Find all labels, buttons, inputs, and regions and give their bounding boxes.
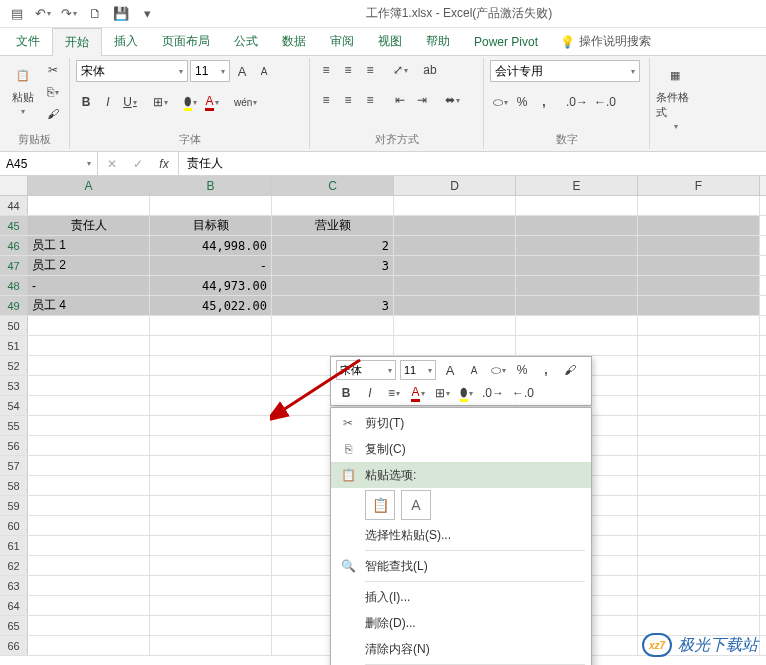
copy-button[interactable]: ⎘▾ xyxy=(43,82,63,102)
cell[interactable]: 2 xyxy=(272,236,394,255)
tab-view[interactable]: 视图 xyxy=(366,28,414,55)
cell[interactable] xyxy=(394,336,516,355)
cell[interactable] xyxy=(150,536,272,555)
row-header[interactable]: 66 xyxy=(0,636,28,655)
row-48[interactable]: 48-44,973.00 xyxy=(0,276,766,296)
menu-paste-special[interactable]: 选择性粘贴(S)... xyxy=(331,522,591,548)
increase-decimal-button[interactable]: .0→ xyxy=(564,92,590,112)
menu-cut[interactable]: ✂剪切(T) xyxy=(331,410,591,436)
cell[interactable] xyxy=(28,416,150,435)
redo-button[interactable]: ↷▾ xyxy=(58,3,80,25)
fill-color-button[interactable]: ⬮▾ xyxy=(180,92,200,112)
tab-data[interactable]: 数据 xyxy=(270,28,318,55)
percent-button[interactable]: % xyxy=(512,92,532,112)
cell[interactable] xyxy=(28,356,150,375)
mini-italic[interactable]: I xyxy=(360,383,380,403)
cell[interactable] xyxy=(638,596,760,615)
row-header[interactable]: 59 xyxy=(0,496,28,515)
cell[interactable] xyxy=(150,616,272,635)
cell[interactable] xyxy=(28,516,150,535)
mini-percent[interactable]: % xyxy=(512,360,532,380)
row-header[interactable]: 52 xyxy=(0,356,28,375)
tab-help[interactable]: 帮助 xyxy=(414,28,462,55)
decrease-font-button[interactable]: A xyxy=(254,61,274,81)
cell[interactable] xyxy=(150,356,272,375)
tab-file[interactable]: 文件 xyxy=(4,28,52,55)
decrease-indent-button[interactable]: ⇤ xyxy=(390,90,410,110)
cell[interactable] xyxy=(28,496,150,515)
row-header[interactable]: 50 xyxy=(0,316,28,335)
select-all-corner[interactable] xyxy=(0,176,28,195)
tab-review[interactable]: 审阅 xyxy=(318,28,366,55)
cell[interactable] xyxy=(150,196,272,215)
mini-format-painter[interactable]: 🖌 xyxy=(560,360,580,380)
phonetic-button[interactable]: wén▾ xyxy=(232,92,259,112)
cell[interactable] xyxy=(394,236,516,255)
cell[interactable] xyxy=(150,436,272,455)
align-top-button[interactable]: ≡ xyxy=(316,60,336,80)
row-49[interactable]: 49员工 445,022.003 xyxy=(0,296,766,316)
row-header[interactable]: 65 xyxy=(0,616,28,635)
number-format-combo[interactable]: 会计专用▾ xyxy=(490,60,640,82)
undo-button[interactable]: ↶▾ xyxy=(32,3,54,25)
cell[interactable] xyxy=(150,516,272,535)
formula-bar-input[interactable]: 责任人 xyxy=(179,152,766,175)
mini-border[interactable]: ⊞▾ xyxy=(432,383,452,403)
row-header[interactable]: 46 xyxy=(0,236,28,255)
row-header[interactable]: 63 xyxy=(0,576,28,595)
cell[interactable] xyxy=(272,196,394,215)
cell[interactable] xyxy=(28,436,150,455)
menu-delete[interactable]: 删除(D)... xyxy=(331,610,591,636)
row-header[interactable]: 44 xyxy=(0,196,28,215)
tell-me-search[interactable]: 💡 操作说明搜索 xyxy=(560,28,651,55)
cell[interactable] xyxy=(638,196,760,215)
cell[interactable] xyxy=(150,416,272,435)
row-header[interactable]: 62 xyxy=(0,556,28,575)
cell[interactable] xyxy=(638,376,760,395)
paste-button[interactable]: 📋 粘贴 ▾ xyxy=(6,60,39,130)
cell[interactable]: - xyxy=(28,276,150,295)
increase-font-button[interactable]: A xyxy=(232,61,252,81)
bold-button[interactable]: B xyxy=(76,92,96,112)
align-bottom-button[interactable]: ≡ xyxy=(360,60,380,80)
align-middle-button[interactable]: ≡ xyxy=(338,60,358,80)
col-header-C[interactable]: C xyxy=(272,176,394,195)
font-name-combo[interactable]: 宋体▾ xyxy=(76,60,188,82)
cell[interactable] xyxy=(638,276,760,295)
cell[interactable] xyxy=(638,216,760,235)
open-button[interactable]: 🗋 xyxy=(84,3,106,25)
row-47[interactable]: 47员工 2-3 xyxy=(0,256,766,276)
cell[interactable]: 营业额 xyxy=(272,216,394,235)
orientation-button[interactable]: ⤢▾ xyxy=(390,60,410,80)
row-header[interactable]: 48 xyxy=(0,276,28,295)
row-header[interactable]: 58 xyxy=(0,476,28,495)
mini-comma[interactable]: , xyxy=(536,360,556,380)
col-header-A[interactable]: A xyxy=(28,176,150,195)
font-size-combo[interactable]: 11▾ xyxy=(190,60,230,82)
cell[interactable] xyxy=(638,496,760,515)
cancel-formula-button[interactable]: ✕ xyxy=(102,154,122,174)
row-50[interactable]: 50 xyxy=(0,316,766,336)
merge-button[interactable]: ⬌▾ xyxy=(442,90,462,110)
align-center-button[interactable]: ≡ xyxy=(338,90,358,110)
fx-button[interactable]: fx xyxy=(154,154,174,174)
mini-font-color[interactable]: A▾ xyxy=(408,383,428,403)
cell[interactable] xyxy=(150,316,272,335)
cell[interactable] xyxy=(150,596,272,615)
cell[interactable] xyxy=(150,376,272,395)
cell[interactable] xyxy=(638,436,760,455)
row-header[interactable]: 47 xyxy=(0,256,28,275)
cell[interactable] xyxy=(516,256,638,275)
cell[interactable]: 员工 4 xyxy=(28,296,150,315)
align-right-button[interactable]: ≡ xyxy=(360,90,380,110)
cell[interactable] xyxy=(516,196,638,215)
row-header[interactable]: 53 xyxy=(0,376,28,395)
cell[interactable] xyxy=(28,576,150,595)
cell[interactable] xyxy=(28,616,150,635)
row-45[interactable]: 45责任人目标额营业额 xyxy=(0,216,766,236)
cell[interactable]: 责任人 xyxy=(28,216,150,235)
cell[interactable]: 44,998.00 xyxy=(150,236,272,255)
cell[interactable] xyxy=(516,316,638,335)
cell[interactable] xyxy=(28,396,150,415)
cell[interactable] xyxy=(516,276,638,295)
